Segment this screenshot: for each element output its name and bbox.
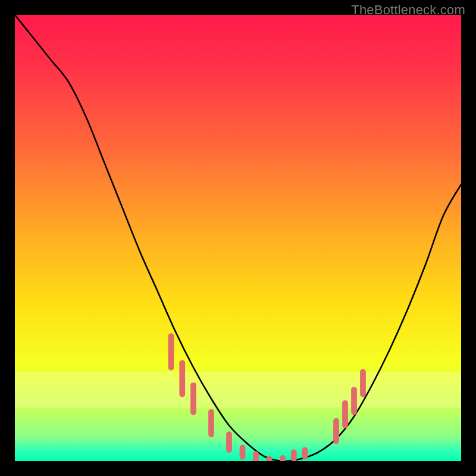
watermark-label: TheBottleneck.com (351, 2, 465, 18)
plot-area (15, 15, 461, 461)
background-gradient (15, 15, 461, 461)
app-frame: TheBottleneck.com (0, 0, 476, 476)
pale-band (15, 372, 461, 408)
